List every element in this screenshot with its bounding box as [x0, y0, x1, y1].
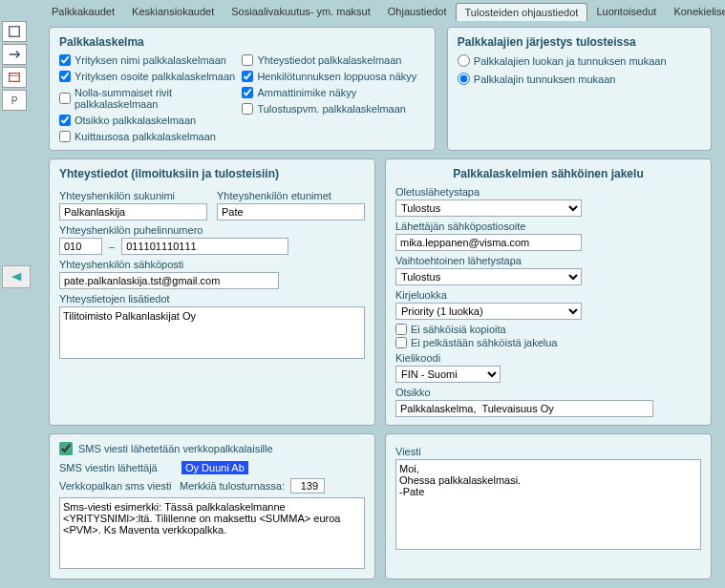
chk-receipt[interactable] [59, 131, 71, 142]
chk-zero-rows[interactable] [59, 93, 71, 104]
default-send-select[interactable]: Tulostus [395, 200, 582, 217]
default-send-label: Oletuslähetystapa [395, 186, 701, 198]
chk-contact[interactable] [242, 54, 253, 66]
dist-title-input[interactable] [395, 400, 653, 417]
sms-panel: SMS viesti lähetetään verkkopalkkalaisil… [49, 433, 375, 579]
sms-msg-label: Verkkopalkan sms viesti [59, 480, 174, 492]
tab-keskiansiokaudet[interactable]: Keskiansiokaudet [123, 3, 223, 21]
email-input[interactable] [59, 272, 279, 289]
tab-konekieliset[interactable]: Konekieliset aineistot [665, 3, 725, 21]
surname-input[interactable] [59, 203, 207, 220]
chk-title[interactable] [59, 115, 71, 126]
sms-sender-label: SMS viestin lähettäjä [59, 462, 174, 473]
letter-class-label: Kirjeluokka [395, 289, 701, 301]
sidebar-icon-1[interactable] [2, 21, 27, 42]
letter-class-select[interactable]: Priority (1 luokka) [395, 303, 582, 320]
lang-select[interactable]: FIN - Suomi [395, 366, 501, 383]
chk-no-ecopy[interactable] [395, 324, 407, 335]
chars-value: 139 [290, 478, 325, 494]
chk-sms-send[interactable] [59, 442, 73, 455]
message-textarea[interactable]: Moi, Ohessa palkkalaskelmasi. -Pate [395, 459, 701, 550]
payslip-panel: Palkkalaskelma Yrityksen nimi palkkalask… [49, 27, 436, 151]
sidebar-p-button[interactable]: P [2, 90, 27, 111]
contact-title: Yhteystiedot (ilmoituksiin ja tulosteisi… [59, 167, 365, 180]
phone-prefix-input[interactable] [59, 238, 102, 255]
tab-sosiaalivakuutus[interactable]: Sosiaalivakuutus- ym. maksut [223, 3, 379, 21]
tab-bar: Palkkakaudet Keskiansiokaudet Sosiaaliva… [0, 0, 725, 21]
message-label: Viesti [395, 446, 701, 457]
chk-ssn[interactable] [242, 71, 253, 82]
sender-email-input[interactable] [395, 234, 582, 251]
extra-textarea[interactable]: Tilitoimisto Palkanlaskijat Oy [59, 306, 365, 359]
order-title: Palkkalajien järjestys tulosteissa [458, 35, 701, 49]
chars-label: Merkkiä tulosturnassa: [180, 480, 285, 492]
contact-panel: Yhteystiedot (ilmoituksiin ja tulosteisi… [49, 158, 375, 426]
alt-send-label: Vaihtoehtoinen lähetystapa [395, 255, 701, 266]
svg-rect-1 [10, 74, 20, 82]
chk-jobtitle[interactable] [242, 87, 253, 98]
chk-company-addr[interactable] [59, 71, 71, 82]
firstname-label: Yhteyshenkilön etunimet [217, 190, 365, 201]
chk-company-name[interactable] [59, 54, 71, 66]
phone-label: Yhteyshenkilön puhelinnumero [59, 224, 365, 236]
nav-arrow-icon[interactable] [2, 265, 31, 288]
tab-palkkakaudet[interactable]: Palkkakaudet [43, 3, 123, 21]
chk-not-only-e[interactable] [395, 337, 407, 348]
sender-email-label: Lähettäjän sähköpostiosoite [395, 220, 701, 232]
tab-tulosteiden[interactable]: Tulosteiden ohjaustiedot [456, 3, 588, 21]
message-panel: Viesti Moi, Ohessa palkkalaskelmasi. -Pa… [385, 433, 712, 579]
extra-label: Yhteystietojen lisätiedot [59, 293, 365, 304]
tab-luontoisedut[interactable]: Luontoisedut [587, 3, 665, 21]
sidebar-icon-3[interactable] [2, 67, 27, 88]
payslip-title: Palkkalaskelma [59, 35, 425, 49]
phone-number-input[interactable] [121, 238, 288, 255]
alt-send-select[interactable]: Tulostus [395, 268, 582, 285]
sidebar-icon-2[interactable] [2, 44, 27, 65]
email-label: Yhteyshenkilön sähköposti [59, 259, 365, 270]
chk-printdate[interactable] [242, 103, 253, 115]
lang-label: Kielikoodi [395, 352, 701, 364]
firstname-input[interactable] [217, 203, 365, 220]
surname-label: Yhteyshenkilön sukunimi [59, 190, 207, 201]
order-panel: Palkkalajien järjestys tulosteissa Palkk… [447, 27, 712, 151]
sms-sender-input[interactable]: Oy Duuni Ab [181, 461, 248, 474]
dist-title: Palkkalaskelmien sähköinen jakelu [395, 167, 701, 180]
sms-textarea[interactable]: Sms-viesti esimerkki: Tässä palkkalaskel… [59, 497, 365, 569]
tab-ohjaustiedot[interactable]: Ohjaustiedot [379, 3, 456, 21]
distribution-panel: Palkkalaskelmien sähköinen jakelu Oletus… [385, 158, 712, 426]
radio-code[interactable] [458, 73, 470, 85]
dist-title-label: Otsikko [395, 387, 701, 398]
radio-class-code[interactable] [458, 54, 470, 67]
svg-rect-0 [10, 27, 20, 37]
